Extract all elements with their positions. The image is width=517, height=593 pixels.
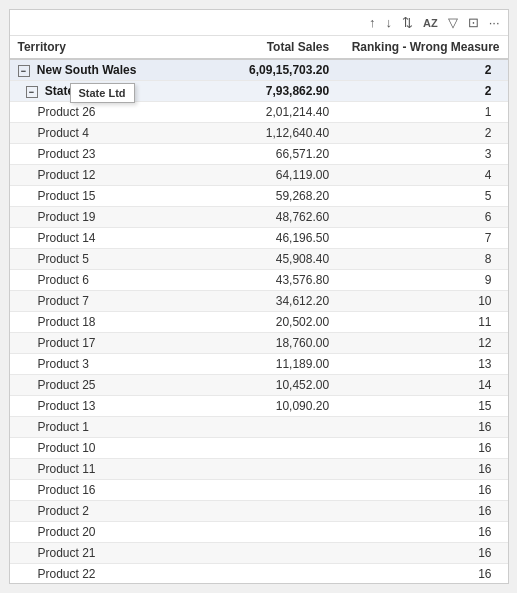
main-container: ↑ ↓ ⇅ AZ ▽ ⊡ ··· Territory Total Sales R… [9,9,509,584]
table-row[interactable]: Product 13 10,090.20 15 [10,396,508,417]
product-name: Product 1 [10,417,171,438]
product-rank: 16 [337,564,507,584]
sort-both-icon[interactable]: ⇅ [400,14,415,31]
product-sales: 34,612.20 [171,291,337,312]
sort-asc-icon[interactable]: ↑ [367,14,378,31]
data-table: Territory Total Sales Ranking - Wrong Me… [10,36,508,583]
product-sales: 1,12,640.40 [171,123,337,144]
product-rank: 5 [337,186,507,207]
table-row[interactable]: Product 16 16 [10,480,508,501]
col-header-territory[interactable]: Territory [10,36,171,59]
nsw-rank: 2 [337,59,507,81]
table-row[interactable]: Product 19 48,762.60 6 [10,207,508,228]
col-header-sales[interactable]: Total Sales [171,36,337,59]
table-row[interactable]: Product 4 1,12,640.40 2 [10,123,508,144]
product-name: Product 16 [10,480,171,501]
product-name: Product 11 [10,459,171,480]
table-row[interactable]: Product 11 16 [10,459,508,480]
product-name: Product 7 [10,291,171,312]
product-sales: 64,119.00 [171,165,337,186]
product-rank: 16 [337,459,507,480]
product-rank: 16 [337,501,507,522]
product-sales: 66,571.20 [171,144,337,165]
product-sales [171,501,337,522]
sort-desc-icon[interactable]: ↓ [383,14,394,31]
product-sales: 11,189.00 [171,354,337,375]
product-rank: 2 [337,123,507,144]
table-row[interactable]: Product 2 16 [10,501,508,522]
product-name: Product 2 [10,501,171,522]
table-row[interactable]: Product 15 59,268.20 5 [10,186,508,207]
product-sales [171,480,337,501]
state-ltd-sales: 7,93,862.90 [171,81,337,102]
product-rank: 11 [337,312,507,333]
table-row[interactable]: Product 22 16 [10,564,508,584]
product-rank: 14 [337,375,507,396]
product-name: Product 12 [10,165,171,186]
table-row[interactable]: Product 10 16 [10,438,508,459]
product-name: Product 15 [10,186,171,207]
state-ltd-tooltip: State Ltd [70,83,135,103]
product-name: Product 22 [10,564,171,584]
product-rank: 6 [337,207,507,228]
table-row[interactable]: Product 26 2,01,214.40 1 [10,102,508,123]
nsw-sales: 6,09,15,703.20 [171,59,337,81]
product-rank: 9 [337,270,507,291]
product-rank: 16 [337,480,507,501]
table-row[interactable]: Product 25 10,452.00 14 [10,375,508,396]
expand-state-ltd-icon[interactable]: − [26,86,38,98]
table-row[interactable]: Product 17 18,760.00 12 [10,333,508,354]
az-icon[interactable]: AZ [421,16,440,30]
product-name: Product 18 [10,312,171,333]
table-row[interactable]: Product 7 34,612.20 10 [10,291,508,312]
table-row[interactable]: Product 14 46,196.50 7 [10,228,508,249]
product-name: Product 5 [10,249,171,270]
expand-icon[interactable]: ⊡ [466,14,481,31]
state-ltd-rank: 2 [337,81,507,102]
product-rank: 16 [337,417,507,438]
product-name: Product 19 [10,207,171,228]
product-name: Product 3 [10,354,171,375]
product-name: Product 13 [10,396,171,417]
product-sales: 59,268.20 [171,186,337,207]
table-row[interactable]: Product 6 43,576.80 9 [10,270,508,291]
col-header-rank[interactable]: Ranking - Wrong Measure [337,36,507,59]
nsw-label: New South Wales [37,63,137,77]
product-name: Product 26 [10,102,171,123]
table-row[interactable]: Product 12 64,119.00 4 [10,165,508,186]
group-row-new-south-wales[interactable]: − New South Wales 6,09,15,703.20 2 [10,59,508,81]
product-name: Product 21 [10,543,171,564]
product-name: Product 17 [10,333,171,354]
table-row[interactable]: Product 20 16 [10,522,508,543]
table-row[interactable]: Product 23 66,571.20 3 [10,144,508,165]
product-name: Product 14 [10,228,171,249]
product-rank: 16 [337,543,507,564]
product-sales: 43,576.80 [171,270,337,291]
product-rank: 4 [337,165,507,186]
toolbar: ↑ ↓ ⇅ AZ ▽ ⊡ ··· [10,10,508,36]
product-sales: 10,090.20 [171,396,337,417]
product-sales [171,417,337,438]
product-rank: 13 [337,354,507,375]
table-row[interactable]: Product 3 11,189.00 13 [10,354,508,375]
product-sales: 2,01,214.40 [171,102,337,123]
group-row-state-ltd[interactable]: − State Ltd State Ltd 7,93,862.90 2 [10,81,508,102]
product-rank: 7 [337,228,507,249]
table-wrapper[interactable]: Territory Total Sales Ranking - Wrong Me… [10,36,508,583]
product-sales: 45,908.40 [171,249,337,270]
product-sales: 20,502.00 [171,312,337,333]
product-name: Product 25 [10,375,171,396]
filter-icon[interactable]: ▽ [446,14,460,31]
table-row[interactable]: Product 18 20,502.00 11 [10,312,508,333]
product-sales [171,564,337,584]
table-row[interactable]: Product 21 16 [10,543,508,564]
product-sales: 10,452.00 [171,375,337,396]
header-row: Territory Total Sales Ranking - Wrong Me… [10,36,508,59]
table-row[interactable]: Product 5 45,908.40 8 [10,249,508,270]
table-row[interactable]: Product 1 16 [10,417,508,438]
product-name: Product 10 [10,438,171,459]
more-icon[interactable]: ··· [487,14,502,31]
product-sales: 46,196.50 [171,228,337,249]
product-name: Product 23 [10,144,171,165]
expand-nsw-icon[interactable]: − [18,65,30,77]
